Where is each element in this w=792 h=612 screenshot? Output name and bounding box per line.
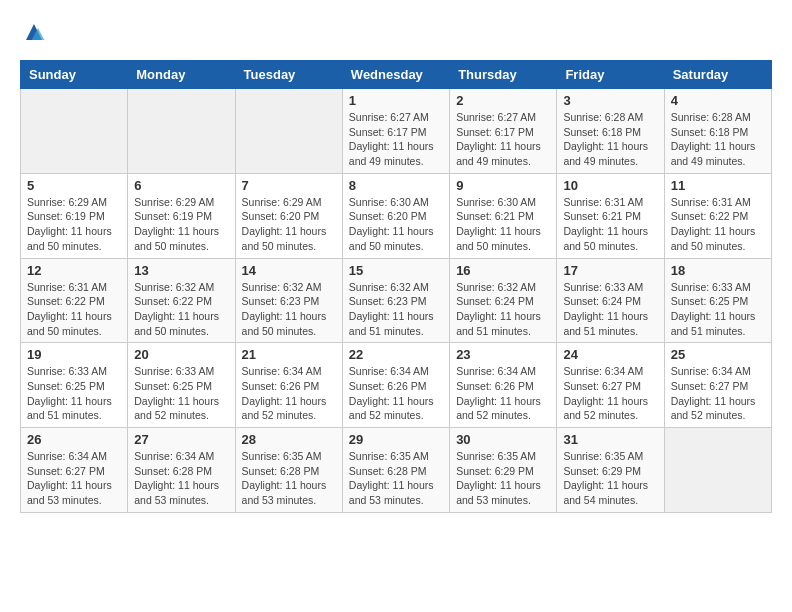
day-number: 2 bbox=[456, 93, 550, 108]
calendar-cell: 1Sunrise: 6:27 AM Sunset: 6:17 PM Daylig… bbox=[342, 89, 449, 174]
calendar-table: SundayMondayTuesdayWednesdayThursdayFrid… bbox=[20, 60, 772, 513]
day-info: Sunrise: 6:33 AM Sunset: 6:25 PM Dayligh… bbox=[27, 364, 121, 423]
day-number: 22 bbox=[349, 347, 443, 362]
calendar-cell: 3Sunrise: 6:28 AM Sunset: 6:18 PM Daylig… bbox=[557, 89, 664, 174]
day-number: 24 bbox=[563, 347, 657, 362]
calendar-week-row: 5Sunrise: 6:29 AM Sunset: 6:19 PM Daylig… bbox=[21, 173, 772, 258]
day-number: 9 bbox=[456, 178, 550, 193]
calendar-cell: 19Sunrise: 6:33 AM Sunset: 6:25 PM Dayli… bbox=[21, 343, 128, 428]
day-number: 3 bbox=[563, 93, 657, 108]
calendar-body: 1Sunrise: 6:27 AM Sunset: 6:17 PM Daylig… bbox=[21, 89, 772, 513]
day-number: 6 bbox=[134, 178, 228, 193]
day-info: Sunrise: 6:29 AM Sunset: 6:19 PM Dayligh… bbox=[27, 195, 121, 254]
calendar-header: SundayMondayTuesdayWednesdayThursdayFrid… bbox=[21, 61, 772, 89]
calendar-cell: 21Sunrise: 6:34 AM Sunset: 6:26 PM Dayli… bbox=[235, 343, 342, 428]
page-header bbox=[20, 20, 772, 44]
calendar-cell: 20Sunrise: 6:33 AM Sunset: 6:25 PM Dayli… bbox=[128, 343, 235, 428]
day-info: Sunrise: 6:29 AM Sunset: 6:20 PM Dayligh… bbox=[242, 195, 336, 254]
day-info: Sunrise: 6:35 AM Sunset: 6:29 PM Dayligh… bbox=[456, 449, 550, 508]
day-info: Sunrise: 6:34 AM Sunset: 6:27 PM Dayligh… bbox=[671, 364, 765, 423]
day-number: 17 bbox=[563, 263, 657, 278]
calendar-cell: 30Sunrise: 6:35 AM Sunset: 6:29 PM Dayli… bbox=[450, 428, 557, 513]
day-info: Sunrise: 6:33 AM Sunset: 6:24 PM Dayligh… bbox=[563, 280, 657, 339]
calendar-cell: 26Sunrise: 6:34 AM Sunset: 6:27 PM Dayli… bbox=[21, 428, 128, 513]
day-info: Sunrise: 6:27 AM Sunset: 6:17 PM Dayligh… bbox=[349, 110, 443, 169]
day-info: Sunrise: 6:34 AM Sunset: 6:26 PM Dayligh… bbox=[242, 364, 336, 423]
day-info: Sunrise: 6:33 AM Sunset: 6:25 PM Dayligh… bbox=[134, 364, 228, 423]
calendar-cell bbox=[128, 89, 235, 174]
calendar-cell: 31Sunrise: 6:35 AM Sunset: 6:29 PM Dayli… bbox=[557, 428, 664, 513]
day-info: Sunrise: 6:32 AM Sunset: 6:23 PM Dayligh… bbox=[349, 280, 443, 339]
weekday-header: Monday bbox=[128, 61, 235, 89]
calendar-cell: 16Sunrise: 6:32 AM Sunset: 6:24 PM Dayli… bbox=[450, 258, 557, 343]
calendar-cell: 23Sunrise: 6:34 AM Sunset: 6:26 PM Dayli… bbox=[450, 343, 557, 428]
day-number: 20 bbox=[134, 347, 228, 362]
weekday-header: Wednesday bbox=[342, 61, 449, 89]
day-info: Sunrise: 6:33 AM Sunset: 6:25 PM Dayligh… bbox=[671, 280, 765, 339]
weekday-header: Friday bbox=[557, 61, 664, 89]
day-info: Sunrise: 6:32 AM Sunset: 6:24 PM Dayligh… bbox=[456, 280, 550, 339]
calendar-cell: 12Sunrise: 6:31 AM Sunset: 6:22 PM Dayli… bbox=[21, 258, 128, 343]
calendar-cell: 4Sunrise: 6:28 AM Sunset: 6:18 PM Daylig… bbox=[664, 89, 771, 174]
calendar-cell: 14Sunrise: 6:32 AM Sunset: 6:23 PM Dayli… bbox=[235, 258, 342, 343]
weekday-header: Thursday bbox=[450, 61, 557, 89]
day-number: 19 bbox=[27, 347, 121, 362]
day-number: 30 bbox=[456, 432, 550, 447]
day-number: 7 bbox=[242, 178, 336, 193]
day-info: Sunrise: 6:31 AM Sunset: 6:21 PM Dayligh… bbox=[563, 195, 657, 254]
day-number: 29 bbox=[349, 432, 443, 447]
day-number: 11 bbox=[671, 178, 765, 193]
calendar-cell bbox=[664, 428, 771, 513]
calendar-cell: 13Sunrise: 6:32 AM Sunset: 6:22 PM Dayli… bbox=[128, 258, 235, 343]
day-info: Sunrise: 6:35 AM Sunset: 6:28 PM Dayligh… bbox=[242, 449, 336, 508]
day-number: 1 bbox=[349, 93, 443, 108]
calendar-cell: 25Sunrise: 6:34 AM Sunset: 6:27 PM Dayli… bbox=[664, 343, 771, 428]
day-number: 26 bbox=[27, 432, 121, 447]
calendar-cell: 22Sunrise: 6:34 AM Sunset: 6:26 PM Dayli… bbox=[342, 343, 449, 428]
day-number: 16 bbox=[456, 263, 550, 278]
day-number: 13 bbox=[134, 263, 228, 278]
calendar-week-row: 1Sunrise: 6:27 AM Sunset: 6:17 PM Daylig… bbox=[21, 89, 772, 174]
calendar-cell: 10Sunrise: 6:31 AM Sunset: 6:21 PM Dayli… bbox=[557, 173, 664, 258]
day-number: 10 bbox=[563, 178, 657, 193]
calendar-cell: 15Sunrise: 6:32 AM Sunset: 6:23 PM Dayli… bbox=[342, 258, 449, 343]
weekday-header-row: SundayMondayTuesdayWednesdayThursdayFrid… bbox=[21, 61, 772, 89]
day-info: Sunrise: 6:32 AM Sunset: 6:22 PM Dayligh… bbox=[134, 280, 228, 339]
day-info: Sunrise: 6:34 AM Sunset: 6:27 PM Dayligh… bbox=[27, 449, 121, 508]
day-number: 21 bbox=[242, 347, 336, 362]
calendar-cell: 17Sunrise: 6:33 AM Sunset: 6:24 PM Dayli… bbox=[557, 258, 664, 343]
calendar-cell: 11Sunrise: 6:31 AM Sunset: 6:22 PM Dayli… bbox=[664, 173, 771, 258]
calendar-cell: 5Sunrise: 6:29 AM Sunset: 6:19 PM Daylig… bbox=[21, 173, 128, 258]
day-number: 5 bbox=[27, 178, 121, 193]
day-number: 12 bbox=[27, 263, 121, 278]
day-info: Sunrise: 6:34 AM Sunset: 6:28 PM Dayligh… bbox=[134, 449, 228, 508]
calendar-cell bbox=[235, 89, 342, 174]
day-info: Sunrise: 6:30 AM Sunset: 6:21 PM Dayligh… bbox=[456, 195, 550, 254]
day-number: 28 bbox=[242, 432, 336, 447]
calendar-week-row: 19Sunrise: 6:33 AM Sunset: 6:25 PM Dayli… bbox=[21, 343, 772, 428]
day-number: 15 bbox=[349, 263, 443, 278]
day-number: 4 bbox=[671, 93, 765, 108]
calendar-cell: 9Sunrise: 6:30 AM Sunset: 6:21 PM Daylig… bbox=[450, 173, 557, 258]
day-info: Sunrise: 6:28 AM Sunset: 6:18 PM Dayligh… bbox=[563, 110, 657, 169]
calendar-cell: 27Sunrise: 6:34 AM Sunset: 6:28 PM Dayli… bbox=[128, 428, 235, 513]
day-number: 8 bbox=[349, 178, 443, 193]
calendar-cell bbox=[21, 89, 128, 174]
day-info: Sunrise: 6:30 AM Sunset: 6:20 PM Dayligh… bbox=[349, 195, 443, 254]
calendar-cell: 6Sunrise: 6:29 AM Sunset: 6:19 PM Daylig… bbox=[128, 173, 235, 258]
calendar-cell: 2Sunrise: 6:27 AM Sunset: 6:17 PM Daylig… bbox=[450, 89, 557, 174]
logo bbox=[20, 20, 46, 44]
calendar-cell: 29Sunrise: 6:35 AM Sunset: 6:28 PM Dayli… bbox=[342, 428, 449, 513]
logo-icon bbox=[22, 20, 46, 44]
calendar-week-row: 26Sunrise: 6:34 AM Sunset: 6:27 PM Dayli… bbox=[21, 428, 772, 513]
day-info: Sunrise: 6:35 AM Sunset: 6:29 PM Dayligh… bbox=[563, 449, 657, 508]
day-info: Sunrise: 6:27 AM Sunset: 6:17 PM Dayligh… bbox=[456, 110, 550, 169]
calendar-cell: 8Sunrise: 6:30 AM Sunset: 6:20 PM Daylig… bbox=[342, 173, 449, 258]
weekday-header: Saturday bbox=[664, 61, 771, 89]
day-number: 14 bbox=[242, 263, 336, 278]
day-info: Sunrise: 6:34 AM Sunset: 6:26 PM Dayligh… bbox=[456, 364, 550, 423]
calendar-cell: 7Sunrise: 6:29 AM Sunset: 6:20 PM Daylig… bbox=[235, 173, 342, 258]
day-number: 18 bbox=[671, 263, 765, 278]
day-info: Sunrise: 6:34 AM Sunset: 6:27 PM Dayligh… bbox=[563, 364, 657, 423]
day-number: 27 bbox=[134, 432, 228, 447]
